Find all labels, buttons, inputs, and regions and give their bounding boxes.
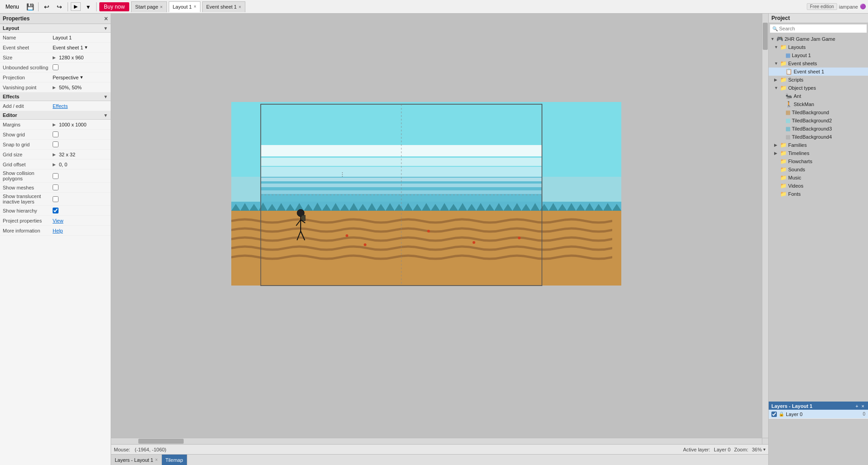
stickman-chevron bbox=[780, 102, 784, 107]
effects-section-header[interactable]: Effects ▼ bbox=[0, 92, 111, 101]
properties-close[interactable]: × bbox=[104, 15, 108, 22]
status-right: Active layer: Layer 0 Zoom: 36% ▾ bbox=[683, 447, 766, 452]
tree-item-game[interactable]: ▼ 🎮 2HR Game Jam Game bbox=[769, 35, 868, 43]
redo-button[interactable]: ↪ bbox=[54, 1, 65, 12]
svg-point-18 bbox=[473, 241, 475, 244]
canvas-main[interactable] bbox=[111, 14, 762, 438]
unbounded-checkbox[interactable] bbox=[53, 64, 59, 70]
meshes-checkbox[interactable] bbox=[53, 184, 59, 190]
timelines-label: Timelines bbox=[788, 150, 809, 156]
svg-point-19 bbox=[518, 237, 521, 239]
tree-item-videos[interactable]: 📁 Videos bbox=[769, 182, 868, 190]
tree-item-layout1[interactable]: ▦ Layout 1 bbox=[769, 51, 868, 59]
editor-section-header[interactable]: Editor ▼ bbox=[0, 111, 111, 120]
layers-close-button[interactable]: × bbox=[861, 403, 865, 409]
bottom-tab-layers-close[interactable]: × bbox=[155, 457, 158, 462]
zoom-label: Zoom: bbox=[734, 447, 748, 452]
tree-item-tiledbg2[interactable]: ▦ TiledBackground2 bbox=[769, 116, 868, 125]
hierarchy-checkbox[interactable] bbox=[53, 208, 59, 213]
menu-button[interactable]: Menu bbox=[2, 3, 23, 11]
effects-link[interactable]: Effects bbox=[53, 103, 68, 109]
properties-panel: Properties × Layout ▼ Name Layout 1 Even… bbox=[0, 14, 111, 465]
buy-now-button[interactable]: Buy now bbox=[99, 2, 129, 11]
layout1-tab-close[interactable]: × bbox=[194, 4, 196, 9]
h-scroll-row bbox=[111, 438, 768, 444]
layout-section-header[interactable]: Layout ▼ bbox=[0, 24, 111, 33]
tree-item-ant[interactable]: 🐜 Ant bbox=[769, 92, 868, 100]
zoom-down-arrow[interactable]: ▾ bbox=[763, 447, 766, 452]
layout1-label: Layout 1 bbox=[792, 53, 811, 58]
tree-item-fonts[interactable]: 📁 Fonts bbox=[769, 190, 868, 198]
tree-item-music[interactable]: 📁 Music bbox=[769, 174, 868, 182]
undo-button[interactable]: ↩ bbox=[41, 1, 52, 12]
tree-item-eventsheet1[interactable]: 📋 Event sheet 1 bbox=[769, 68, 868, 76]
play-button[interactable]: ▶ bbox=[71, 2, 81, 11]
tree-item-scripts[interactable]: ▶ 📁 Scripts bbox=[769, 76, 868, 84]
tree-item-families[interactable]: ▶ 📁 Families bbox=[769, 141, 868, 149]
layer-0-visible-checkbox[interactable] bbox=[771, 412, 777, 417]
prop-snaptogrid-row: Snap to grid bbox=[0, 140, 111, 150]
tree-item-objecttypes[interactable]: ▼ 📁 Object types bbox=[769, 84, 868, 92]
properties-content: Layout ▼ Name Layout 1 Event sheet Event… bbox=[0, 24, 111, 465]
save-button[interactable]: 💾 bbox=[24, 1, 35, 12]
tree-item-tiledbg4[interactable]: ▦ TiledBackground4 bbox=[769, 133, 868, 141]
prop-projectprops-row: Project properties View bbox=[0, 216, 111, 226]
search-icon: 🔍 bbox=[772, 26, 778, 31]
tree-item-timelines[interactable]: ▶ 📁 Timelines bbox=[769, 149, 868, 157]
projectprops-link[interactable]: View bbox=[53, 218, 63, 223]
tab-layout1[interactable]: Layout 1 × bbox=[169, 1, 200, 12]
tiledbg3-label: TiledBackground3 bbox=[792, 126, 832, 131]
tree-item-layouts[interactable]: ▼ 📁 Layouts bbox=[769, 43, 868, 51]
size-label: Size bbox=[3, 55, 53, 60]
play-dropdown[interactable]: ▾ bbox=[83, 1, 93, 12]
timelines-folder-icon: 📁 bbox=[780, 150, 787, 156]
tree-item-flowcharts[interactable]: 📁 Flowcharts bbox=[769, 157, 868, 165]
canvas-with-scroll bbox=[111, 14, 768, 438]
layers-add-button[interactable]: + bbox=[854, 403, 859, 409]
vertical-scrollbar[interactable] bbox=[762, 14, 768, 438]
tree-item-tiledbg3[interactable]: ▦ TiledBackground3 bbox=[769, 125, 868, 133]
tab-eventsheet1[interactable]: Event sheet 1 × bbox=[202, 1, 245, 12]
game-canvas[interactable] bbox=[111, 14, 762, 438]
vertical-scrollbar-thumb[interactable] bbox=[763, 23, 768, 50]
size-value: ▶ 1280 x 960 bbox=[53, 55, 108, 60]
music-folder-icon: 📁 bbox=[780, 174, 787, 181]
tree-item-stickman[interactable]: 🚶 StickMan bbox=[769, 100, 868, 108]
tiledbg1-label: TiledBackground bbox=[792, 110, 829, 115]
effects-section-title: Effects bbox=[3, 94, 20, 99]
effects-add-edit-label: Add / edit bbox=[3, 103, 53, 109]
tree-item-eventsheets[interactable]: ▼ 📁 Event sheets bbox=[769, 59, 868, 68]
scripts-chevron: ▶ bbox=[774, 78, 779, 82]
tree-item-tiledbg1[interactable]: ▦ TiledBackground bbox=[769, 108, 868, 116]
prop-showgrid-row: Show grid bbox=[0, 130, 111, 140]
projectprops-value: View bbox=[53, 218, 108, 223]
horizontal-scrollbar-thumb[interactable] bbox=[138, 439, 184, 444]
showgrid-checkbox[interactable] bbox=[53, 131, 59, 137]
start-page-close[interactable]: × bbox=[160, 5, 163, 10]
scripts-folder-icon: 📁 bbox=[780, 77, 787, 83]
user-area: Free edition iampane 🟣 bbox=[807, 3, 866, 10]
search-input[interactable] bbox=[779, 26, 864, 31]
username: iampane bbox=[839, 4, 858, 10]
collision-checkbox[interactable] bbox=[53, 173, 59, 179]
objecttypes-folder-icon: 📁 bbox=[780, 85, 787, 91]
eventsheet1-tab-close[interactable]: × bbox=[239, 5, 241, 10]
effects-link-value: Effects bbox=[53, 103, 108, 109]
horizontal-scrollbar[interactable] bbox=[111, 438, 762, 444]
bottom-tab-tilemap[interactable]: Tilemap bbox=[162, 455, 187, 465]
snaptogrid-checkbox[interactable] bbox=[53, 141, 59, 147]
moreinfo-link[interactable]: Help bbox=[53, 228, 63, 233]
name-value: Layout 1 bbox=[53, 35, 108, 40]
tiledbg4-chevron bbox=[780, 135, 784, 139]
eventsheet-value: Event sheet 1 ▾ bbox=[53, 44, 108, 50]
layer-row-0[interactable]: 🔒 Layer 0 0 bbox=[769, 410, 868, 419]
tiledbg4-icon: ▦ bbox=[785, 134, 790, 140]
tab-start-page[interactable]: Start page × bbox=[131, 1, 167, 12]
translucent-checkbox[interactable] bbox=[53, 196, 59, 202]
families-folder-icon: 📁 bbox=[780, 142, 787, 148]
families-chevron: ▶ bbox=[774, 143, 779, 147]
layout1-chevron bbox=[780, 53, 784, 58]
bottom-tab-layers[interactable]: Layers - Layout 1 × bbox=[111, 455, 162, 465]
meshes-value bbox=[53, 184, 108, 190]
tree-item-sounds[interactable]: 📁 Sounds bbox=[769, 165, 868, 174]
